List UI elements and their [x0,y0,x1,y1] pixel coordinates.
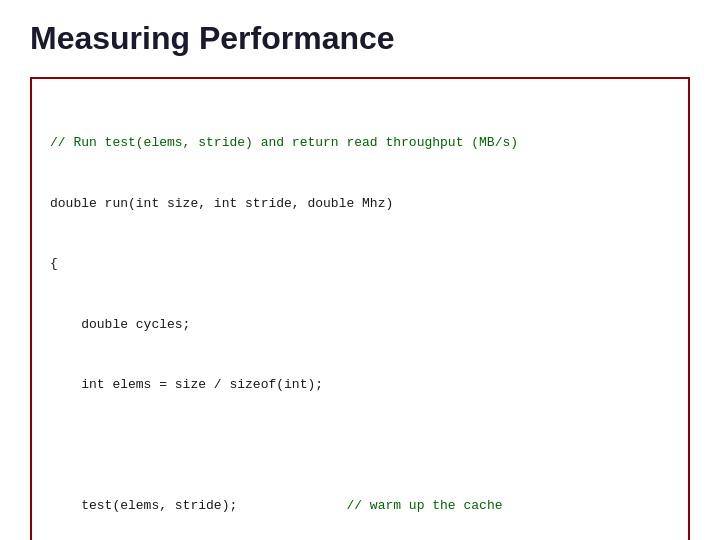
code-line-3: { [50,254,670,274]
code-line-2: double run(int size, int stride, double … [50,194,670,214]
code-line-4: double cycles; [50,315,670,335]
page: Measuring Performance // Run test(elems,… [0,0,720,540]
page-title: Measuring Performance [30,20,690,57]
code-block: // Run test(elems, stride) and return re… [30,77,690,540]
code-line-7: test(elems, stride); // warm up the cach… [50,496,670,516]
code-line-1: // Run test(elems, stride) and return re… [50,133,670,153]
code-line-5: int elems = size / sizeof(int); [50,375,670,395]
code-line-6 [50,435,670,455]
